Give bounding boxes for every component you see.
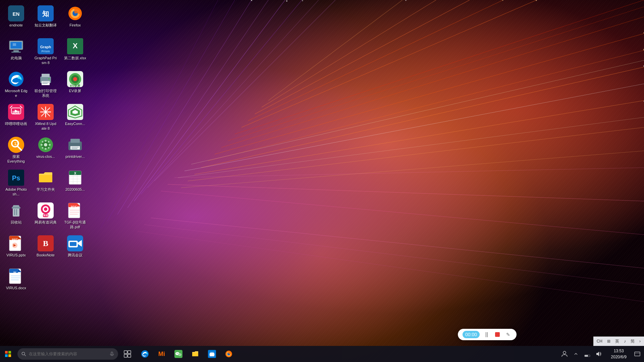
svg-point-167 xyxy=(180,354,181,355)
taskbar-firefox[interactable] xyxy=(221,346,237,362)
desktop-icon-zhiyun[interactable]: 知 知云文献翻译 xyxy=(33,3,58,34)
desktop-icon-printdrv[interactable]: printdriver... xyxy=(62,135,88,165)
svg-rect-50 xyxy=(13,50,19,52)
svg-point-99 xyxy=(48,147,50,149)
svg-point-98 xyxy=(42,147,44,149)
stop-icon xyxy=(495,332,500,337)
tray-volume-icon[interactable] xyxy=(593,346,604,362)
svg-text:知: 知 xyxy=(42,10,49,17)
desktop-icon-photoshop[interactable]: Ps Adobe Photosh... xyxy=(3,168,29,198)
svg-text:Ps: Ps xyxy=(12,174,20,182)
svg-rect-120 xyxy=(12,207,20,208)
ime-ch-label[interactable]: CH xyxy=(595,339,604,344)
desktop-icon-mypc[interactable]: 此电脑 xyxy=(3,36,29,66)
svg-text:EN: EN xyxy=(13,11,20,17)
taskbar-edge[interactable] xyxy=(137,346,153,362)
edge-icon xyxy=(8,71,24,87)
recording-stop-button[interactable] xyxy=(494,331,501,338)
svg-point-163 xyxy=(177,353,177,354)
svg-point-94 xyxy=(41,144,43,146)
taskbar-search-input[interactable] xyxy=(29,352,107,356)
recording-edit-button[interactable]: ✎ xyxy=(504,331,512,338)
desktop-icon-ev[interactable]: EV录屏 EV录屏 xyxy=(62,69,88,99)
desktop-icon-excel2nd[interactable]: X 第二数据.xlsx xyxy=(62,36,88,66)
taskbar-store[interactable] xyxy=(204,346,220,362)
svg-rect-53 xyxy=(13,43,16,46)
desktop-icon-folder[interactable]: 学习文件夹 xyxy=(33,168,58,198)
excel-file-label: 20200605... xyxy=(65,187,85,192)
desktop-icon-youdao[interactable]: 有道 网易有道词典 xyxy=(33,200,58,231)
desktop-icon-tencent-meet[interactable]: 腾讯会议 xyxy=(62,233,88,263)
svg-rect-105 xyxy=(71,148,77,149)
svg-rect-158 xyxy=(124,354,127,357)
desktop-icon-xmind[interactable]: XMind 8 Update 8 xyxy=(33,102,58,132)
store-taskbar-icon xyxy=(208,350,216,358)
tray-network-icon[interactable] xyxy=(582,346,593,362)
svg-text:W: W xyxy=(13,271,16,274)
svg-rect-157 xyxy=(128,351,131,354)
mic-icon xyxy=(110,351,114,357)
chevron-up-icon xyxy=(574,352,578,356)
desktop-icon-search-everything[interactable]: 13 搜索Everything xyxy=(3,135,29,165)
virus-word-icon: W xyxy=(8,268,24,284)
desktop-icon-brrr[interactable]: 哔哩 哔哩哔哩动画 xyxy=(3,102,29,132)
taskbar-xiaomi[interactable]: Mi xyxy=(154,346,170,362)
pdf-label: TGF-β信号通路.pdf xyxy=(64,220,87,230)
desktop-icon-virus-word[interactable]: W VIRUS.docx xyxy=(3,266,29,296)
edge-label: Microsoft Edge xyxy=(5,88,28,98)
desktop-icon-pdf[interactable]: PDF TGF-β信号通路.pdf xyxy=(62,200,88,231)
taskbar-wechat[interactable] xyxy=(170,346,186,362)
ime-expand-label[interactable]: › xyxy=(638,339,642,344)
recording-time: 00:00 xyxy=(463,331,480,338)
ime-music-label[interactable]: ♪ xyxy=(623,339,627,344)
svg-rect-61 xyxy=(42,74,50,77)
taskbar-files[interactable] xyxy=(187,346,203,362)
desktop-icon-firefox[interactable]: Firefox xyxy=(62,3,88,34)
desktop-icon-recycle[interactable]: 回收站 xyxy=(3,200,29,231)
svg-rect-118 xyxy=(16,209,17,215)
search-everything-label: 搜索Everything xyxy=(7,154,25,164)
desktop-icon-excel-file[interactable]: X 20200605... xyxy=(62,168,88,198)
svg-point-65 xyxy=(48,78,50,79)
ime-lang-label[interactable]: 英 xyxy=(614,339,621,344)
tray-icons-area xyxy=(556,346,607,362)
taskbar-search[interactable] xyxy=(17,348,118,360)
svg-rect-177 xyxy=(585,355,588,357)
ev-icon: EV录屏 xyxy=(67,71,83,87)
start-button[interactable] xyxy=(0,346,16,362)
graphpad-icon: Graph Prism xyxy=(38,38,54,54)
files-taskbar-icon xyxy=(191,350,199,358)
tray-person-icon[interactable] xyxy=(559,346,570,362)
taskbar-clock[interactable]: 13:53 2020/6/9 xyxy=(607,346,631,362)
desktop-icon-endnote[interactable]: EN endnote xyxy=(3,3,29,34)
youdao-icon: 有道 xyxy=(38,202,54,219)
desktop-icon-booknote[interactable]: B BookxNote xyxy=(33,233,58,263)
tray-chevron-icon[interactable] xyxy=(571,346,581,362)
notification-button[interactable] xyxy=(631,346,644,362)
search-icon xyxy=(21,351,26,357)
desktop-icon-virus-pptx[interactable]: PPT VIRUS.pptx xyxy=(3,233,29,263)
svg-point-96 xyxy=(42,141,44,143)
svg-point-92 xyxy=(45,140,47,142)
svg-rect-179 xyxy=(635,352,640,356)
volume-icon xyxy=(596,351,602,357)
excel2nd-icon: X xyxy=(67,38,83,54)
svg-rect-159 xyxy=(128,354,131,357)
ime-simplify-label[interactable]: 简 xyxy=(629,339,636,344)
recycle-icon xyxy=(8,202,24,219)
virus-icon xyxy=(38,137,54,153)
desktop-icon-print-mgr[interactable]: 联创打印管理系统 xyxy=(33,69,58,99)
firefox-icon xyxy=(67,5,83,21)
photoshop-label: Adobe Photosh... xyxy=(5,187,28,197)
desktop-icon-edge[interactable]: Microsoft Edge xyxy=(3,69,29,99)
ime-grid-label[interactable]: ⊞ xyxy=(606,339,612,344)
svg-text:PDF: PDF xyxy=(71,205,77,208)
desktop-icon-graphpad[interactable]: Graph Prism GraphPad Prism 8 xyxy=(33,36,58,66)
desktop-icon-easyconn[interactable]: EasyConn... xyxy=(62,102,88,132)
recording-pause-button[interactable]: || xyxy=(483,331,490,338)
desktop-icon-virus[interactable]: virus-clos... xyxy=(33,135,58,165)
taskview-button[interactable] xyxy=(119,346,136,362)
firefox-label: Firefox xyxy=(69,23,81,27)
svg-text:Graph: Graph xyxy=(40,45,51,49)
svg-rect-102 xyxy=(70,139,80,143)
